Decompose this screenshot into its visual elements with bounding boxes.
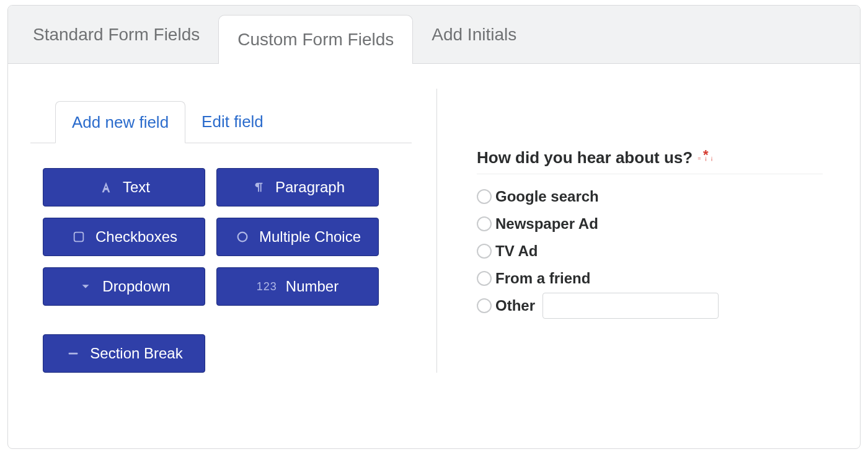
field-type-dropdown-button[interactable]: Dropdown [43, 267, 205, 306]
field-type-label: Dropdown [102, 278, 170, 295]
field-type-label: Text [123, 179, 150, 196]
radio-button[interactable] [477, 271, 492, 286]
option-row: From a friend [477, 265, 823, 292]
question-label: How did you hear about us? [477, 148, 693, 167]
question-header: How did you hear about us? * = ¡ ¡ [477, 148, 823, 174]
option-label: Other [495, 297, 535, 314]
underline-dots-icon: = ¡ ¡ [698, 156, 714, 161]
field-type-label: Number [286, 278, 339, 295]
option-label: Newspaper Ad [495, 215, 598, 233]
required-indicator: * = ¡ ¡ [698, 148, 714, 161]
number-icon: 123 [257, 280, 277, 293]
option-row: Google search [477, 183, 823, 210]
field-type-number-button[interactable]: 123 Number [216, 267, 379, 306]
form-builder-panel: Standard Form Fields Custom Form Fields … [7, 5, 861, 449]
question-options: Google search Newspaper Ad TV Ad From a … [477, 183, 823, 319]
svg-rect-2 [69, 353, 78, 355]
field-type-label: Checkboxes [95, 228, 177, 246]
svg-rect-0 [74, 233, 84, 242]
field-type-grid: Text Paragraph Checkboxes [43, 168, 383, 306]
field-type-section-break-button[interactable]: Section Break [43, 334, 205, 373]
subtab-add-new-field[interactable]: Add new field [55, 101, 185, 143]
radio-button[interactable] [477, 298, 492, 313]
field-type-paragraph-button[interactable]: Paragraph [216, 168, 379, 207]
field-type-checkboxes-button[interactable]: Checkboxes [43, 218, 205, 256]
radio-button[interactable] [477, 189, 492, 204]
tab-standard-form-fields[interactable]: Standard Form Fields [8, 6, 218, 63]
radio-button[interactable] [477, 216, 492, 231]
option-row: Newspaper Ad [477, 210, 823, 238]
option-row: TV Ad [477, 238, 823, 265]
text-icon [98, 179, 114, 195]
radio-icon [234, 229, 250, 245]
option-label: TV Ad [495, 242, 538, 260]
tab-custom-form-fields[interactable]: Custom Form Fields [218, 15, 413, 64]
subtab-edit-field[interactable]: Edit field [185, 100, 280, 143]
field-type-label: Paragraph [275, 179, 345, 196]
radio-button[interactable] [477, 244, 492, 259]
svg-point-1 [238, 233, 247, 242]
field-type-label: Section Break [90, 345, 182, 362]
minus-icon [65, 345, 81, 362]
option-label: From a friend [495, 270, 590, 287]
field-preview-column: How did you hear about us? * = ¡ ¡ Googl… [437, 89, 823, 373]
option-label: Google search [495, 188, 599, 205]
add-field-column: Add new field Edit field Text [43, 89, 437, 373]
paragraph-icon [250, 179, 267, 195]
tab-add-initials[interactable]: Add Initials [413, 6, 535, 63]
checkbox-icon [71, 229, 87, 245]
other-text-input[interactable] [542, 293, 719, 319]
field-type-label: Multiple Choice [259, 228, 361, 246]
chevron-down-icon [78, 278, 94, 295]
option-row-other: Other [477, 292, 823, 319]
field-type-text-button[interactable]: Text [43, 168, 205, 207]
top-tab-bar: Standard Form Fields Custom Form Fields … [8, 6, 860, 64]
field-type-multiple-choice-button[interactable]: Multiple Choice [216, 218, 379, 256]
sub-tab-bar: Add new field Edit field [30, 95, 412, 143]
